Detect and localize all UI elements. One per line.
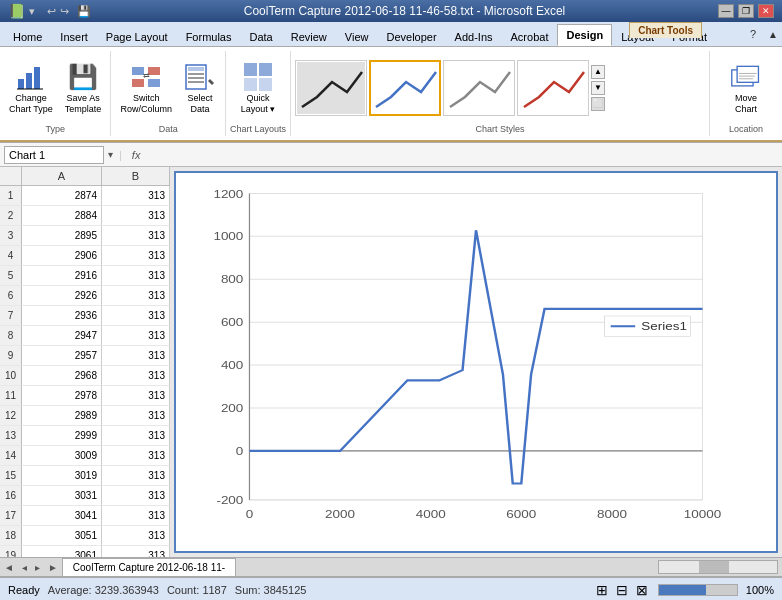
cell-b16[interactable]: 313 [102, 486, 170, 506]
cell-a4[interactable]: 2906 [22, 246, 102, 266]
cell-b13[interactable]: 313 [102, 426, 170, 446]
cell-b11[interactable]: 313 [102, 386, 170, 406]
data-rows: 1 2 3 4 5 6 7 8 9 10 11 12 13 14 15 16 1… [0, 186, 170, 557]
tab-scroll-prev[interactable]: ◂ [18, 562, 31, 573]
chart-style-2[interactable] [369, 60, 441, 116]
tab-data[interactable]: Data [240, 26, 281, 46]
cell-b15[interactable]: 313 [102, 466, 170, 486]
tab-view[interactable]: View [336, 26, 378, 46]
name-box[interactable] [4, 146, 104, 164]
quick-layout-button[interactable]: QuickLayout ▾ [233, 58, 283, 118]
name-box-dropdown[interactable]: ▾ [108, 149, 113, 160]
tab-scroll-right[interactable]: ► [44, 562, 62, 573]
tab-acrobat[interactable]: Acrobat [502, 26, 558, 46]
cell-a9[interactable]: 2957 [22, 346, 102, 366]
tab-developer[interactable]: Developer [377, 26, 445, 46]
cell-a15[interactable]: 3019 [22, 466, 102, 486]
svg-rect-5 [132, 79, 144, 87]
corner-cell [0, 167, 22, 186]
close-button[interactable]: ✕ [758, 4, 774, 18]
cell-b17[interactable]: 313 [102, 506, 170, 526]
tab-formulas[interactable]: Formulas [177, 26, 241, 46]
cell-a8[interactable]: 2947 [22, 326, 102, 346]
chart-layouts-group-label: Chart Layouts [230, 124, 286, 134]
move-chart-button[interactable]: MoveChart [718, 58, 774, 118]
svg-rect-21 [519, 62, 587, 114]
cell-a7[interactable]: 2936 [22, 306, 102, 326]
col-header-b[interactable]: B [102, 167, 170, 186]
cell-a18[interactable]: 3051 [22, 526, 102, 546]
change-chart-type-button[interactable]: ChangeChart Type [4, 58, 58, 118]
help-button[interactable]: ? [742, 22, 764, 46]
cell-a10[interactable]: 2968 [22, 366, 102, 386]
chart-styles-scroll-mid[interactable]: ▼ [591, 81, 605, 95]
tab-scroll-left[interactable]: ◄ [0, 562, 18, 573]
page-layout-view-button[interactable]: ⊟ [614, 582, 630, 598]
tab-review[interactable]: Review [282, 26, 336, 46]
cell-b7[interactable]: 313 [102, 306, 170, 326]
cell-b8[interactable]: 313 [102, 326, 170, 346]
tab-home[interactable]: Home [4, 26, 51, 46]
cell-a16[interactable]: 3031 [22, 486, 102, 506]
chart-style-4[interactable] [517, 60, 589, 116]
tab-add-ins[interactable]: Add-Ins [446, 26, 502, 46]
cell-a19[interactable]: 3061 [22, 546, 102, 557]
zoom-slider[interactable] [658, 584, 738, 596]
sheet-tab-1[interactable]: CoolTerm Capture 2012-06-18 11- [62, 558, 236, 576]
chart-area[interactable]: • • • • • • • • 1200 [170, 167, 782, 557]
tab-design[interactable]: Design [557, 24, 612, 46]
cell-a17[interactable]: 3041 [22, 506, 102, 526]
cell-b4[interactable]: 313 [102, 246, 170, 266]
restore-button[interactable]: ❐ [738, 4, 754, 18]
cell-a5[interactable]: 2916 [22, 266, 102, 286]
cell-a2[interactable]: 2884 [22, 206, 102, 226]
svg-rect-15 [259, 63, 272, 76]
select-data-button[interactable]: SelectData [179, 58, 221, 118]
chart-style-1[interactable] [295, 60, 367, 116]
chart-styles-scroll-up[interactable]: ▲ [591, 65, 605, 79]
row-num-9: 9 [0, 346, 22, 366]
tab-scroll-next[interactable]: ▸ [31, 562, 44, 573]
row-num-1: 1 [0, 186, 22, 206]
tab-page-layout[interactable]: Page Layout [97, 26, 177, 46]
cell-a1[interactable]: 2874 [22, 186, 102, 206]
cell-a13[interactable]: 2999 [22, 426, 102, 446]
save-as-template-button[interactable]: 💾 Save AsTemplate [60, 58, 107, 118]
cell-b10[interactable]: 313 [102, 366, 170, 386]
minimize-ribbon-button[interactable]: ▲ [764, 22, 782, 46]
svg-rect-17 [259, 78, 272, 91]
row-num-3: 3 [0, 226, 22, 246]
switch-row-column-button[interactable]: ⇄ SwitchRow/Column [115, 58, 177, 118]
function-icon[interactable]: fx [128, 149, 145, 161]
cell-b3[interactable]: 313 [102, 226, 170, 246]
h-scrollbar[interactable] [658, 560, 778, 574]
switch-row-column-icon: ⇄ [130, 61, 162, 93]
cell-a11[interactable]: 2978 [22, 386, 102, 406]
zoom-level[interactable]: 100% [746, 584, 774, 596]
cell-a3[interactable]: 2895 [22, 226, 102, 246]
minimize-button[interactable]: — [718, 4, 734, 18]
cell-a6[interactable]: 2926 [22, 286, 102, 306]
cell-a14[interactable]: 3009 [22, 446, 102, 466]
tab-insert[interactable]: Insert [51, 26, 97, 46]
cell-a12[interactable]: 2989 [22, 406, 102, 426]
page-break-view-button[interactable]: ⊠ [634, 582, 650, 598]
cell-b19[interactable]: 313 [102, 546, 170, 557]
chart-styles-scroll-down[interactable]: ⬜ [591, 97, 605, 111]
cell-b14[interactable]: 313 [102, 446, 170, 466]
cell-b1[interactable]: 313 [102, 186, 170, 206]
cell-b9[interactable]: 313 [102, 346, 170, 366]
title-bar-controls[interactable]: — ❐ ✕ [718, 4, 774, 18]
chart-style-3[interactable] [443, 60, 515, 116]
cell-b2[interactable]: 313 [102, 206, 170, 226]
cell-b5[interactable]: 313 [102, 266, 170, 286]
row-num-2: 2 [0, 206, 22, 226]
col-header-a[interactable]: A [22, 167, 102, 186]
chart-frame[interactable]: 1200 1000 800 600 400 200 0 -200 0 2000 … [174, 171, 778, 553]
cell-b18[interactable]: 313 [102, 526, 170, 546]
spreadsheet-area: A B 1 2 3 4 5 6 7 8 9 10 11 12 13 14 15 [0, 167, 782, 557]
cell-b6[interactable]: 313 [102, 286, 170, 306]
cell-b12[interactable]: 313 [102, 406, 170, 426]
normal-view-button[interactable]: ⊞ [594, 582, 610, 598]
formula-input[interactable] [148, 149, 778, 161]
